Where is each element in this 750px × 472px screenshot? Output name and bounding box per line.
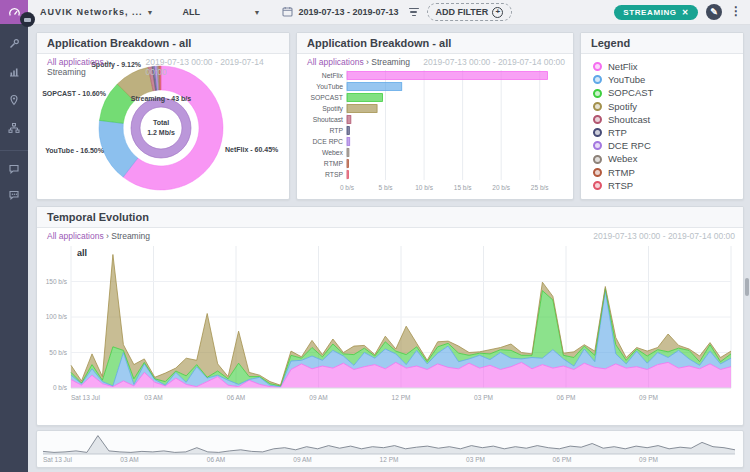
svg-text:06 PM: 06 PM — [553, 456, 572, 463]
panel-date-range: 2019-07-13 00:00 - 2019-07-14 00:00 — [593, 231, 735, 241]
dashboard-root: { "topbar": { "network_selector": "AUVIK… — [0, 0, 750, 472]
legend-item-rtsp[interactable]: RTSP — [593, 179, 731, 192]
svg-text:06 AM: 06 AM — [207, 456, 225, 463]
collapse-icon — [24, 18, 31, 22]
svg-text:0 b/s: 0 b/s — [53, 384, 68, 391]
sidebar-item-support-chat[interactable] — [0, 183, 28, 207]
legend-marker — [593, 89, 602, 98]
add-filter-button[interactable]: ADD FILTER + — [427, 3, 513, 21]
legend-item-webex[interactable]: Webex — [593, 152, 731, 165]
svg-text:03 PM: 03 PM — [466, 456, 485, 463]
network-selector[interactable]: AUVIK Networks, ... ▼ — [40, 7, 154, 17]
legend-item-rtmp[interactable]: RTMP — [593, 166, 731, 179]
panel-range-selector: Sat 13 Jul03 AM06 AM09 AM12 PM03 PM06 PM… — [36, 430, 744, 468]
chip-close-icon[interactable]: ✕ — [682, 8, 689, 17]
more-menu-button[interactable]: ⋮ — [730, 8, 742, 15]
legend-item-sopcast[interactable]: SOPCAST — [593, 86, 731, 99]
bar-youtube — [347, 83, 402, 91]
bar-chart-icon — [8, 66, 20, 78]
donut-chart[interactable]: Streaming - 43 b/sTotal1.2 Mb/sNetFlix -… — [37, 54, 287, 199]
svg-text:all: all — [77, 248, 87, 258]
svg-text:0 b/s: 0 b/s — [340, 184, 355, 191]
breadcrumb-link-all-applications[interactable]: All applications — [47, 57, 104, 67]
legend-label: Webex — [608, 152, 637, 165]
bar-rtsp — [347, 171, 349, 179]
panel-title: Temporal Evolution — [37, 207, 743, 228]
breadcrumb-link-all-applications[interactable]: All applications — [307, 57, 364, 67]
calendar-icon — [282, 6, 293, 19]
breadcrumb: All applications › Streaming — [307, 57, 410, 67]
bar-rtp — [347, 127, 349, 135]
sidebar-collapse-button[interactable] — [20, 12, 35, 27]
legend-marker — [593, 168, 602, 177]
legend-item-spotify[interactable]: Spotify — [593, 100, 731, 113]
breadcrumb: All applications › Streaming — [47, 231, 150, 241]
svg-text:Streaming - 43 b/s: Streaming - 43 b/s — [131, 95, 191, 103]
sidebar — [0, 0, 28, 472]
scrollbar-thumb[interactable] — [745, 278, 749, 296]
filter-chip-streaming[interactable]: STREAMING ✕ — [614, 5, 698, 20]
sidebar-item-reports[interactable] — [0, 60, 28, 84]
svg-text:25 b/s: 25 b/s — [531, 184, 549, 191]
map-pin-icon — [8, 94, 20, 106]
svg-text:09 PM: 09 PM — [639, 394, 658, 401]
sidebar-item-chat[interactable] — [0, 157, 28, 181]
bar-dce-rpc — [347, 138, 350, 146]
breadcrumb-link-all-applications[interactable]: All applications — [47, 231, 104, 241]
donut-slice-rtsp — [160, 66, 161, 90]
svg-text:YouTube - 16.50%: YouTube - 16.50% — [45, 147, 105, 154]
date-range-picker[interactable]: 2019-07-13 - 2019-07-13 — [282, 6, 398, 19]
scope-selector-label: ALL — [182, 7, 200, 17]
svg-text:10 b/s: 10 b/s — [415, 184, 433, 191]
edit-dashboard-button[interactable]: ✎ — [706, 4, 722, 20]
legend-list: NetFlixYouTubeSOPCASTSpotifyShoutcastRTP… — [581, 60, 743, 192]
breadcrumb-separator: › — [366, 57, 369, 67]
panel-title: Legend — [581, 33, 743, 54]
svg-text:YouTube: YouTube — [316, 83, 343, 90]
topbar: AUVIK Networks, ... ▼ ALL ▼ 2019-07-13 -… — [28, 0, 750, 25]
breadcrumb-separator: › — [106, 231, 109, 241]
svg-text:RTMP: RTMP — [324, 160, 344, 167]
panel-temporal-evolution: Temporal Evolution All applications › St… — [36, 206, 744, 426]
svg-text:Total: Total — [153, 119, 169, 126]
legend-item-youtube[interactable]: YouTube — [593, 73, 731, 86]
bar-chart[interactable]: 0 b/s5 b/s10 b/s15 b/s20 b/s25 b/sNetFli… — [297, 68, 571, 198]
range-selector-chart[interactable]: Sat 13 Jul03 AM06 AM09 AM12 PM03 PM06 PM… — [37, 431, 741, 465]
legend-label: YouTube — [608, 73, 645, 86]
bar-shoutcast — [347, 116, 351, 124]
legend-item-dce-rpc[interactable]: DCE RPC — [593, 139, 731, 152]
svg-text:SOPCAST: SOPCAST — [311, 94, 343, 101]
svg-text:RTSP: RTSP — [325, 171, 343, 178]
legend-label: Spotify — [608, 100, 637, 113]
legend-item-shoutcast[interactable]: Shoutcast — [593, 113, 731, 126]
breadcrumb-current: Streaming — [111, 231, 150, 241]
legend-item-rtp[interactable]: RTP — [593, 126, 731, 139]
scope-selector[interactable]: ALL ▼ — [182, 7, 260, 17]
panel-application-breakdown-donut: Application Breakdown - all All applicat… — [36, 32, 290, 200]
sidebar-item-tools[interactable] — [0, 32, 28, 56]
svg-text:SOPCAST - 10.60%: SOPCAST - 10.60% — [42, 90, 107, 97]
legend-label: Shoutcast — [608, 113, 650, 126]
legend-marker — [593, 128, 602, 137]
stacked-area-chart[interactable]: 0 b/s50 b/s100 b/s150 b/sSat 13 Jul03 AM… — [37, 242, 739, 422]
svg-text:Spotify: Spotify — [322, 105, 343, 113]
svg-text:12 PM: 12 PM — [380, 456, 399, 463]
panel-legend: Legend NetFlixYouTubeSOPCASTSpotifyShout… — [580, 32, 744, 200]
filter-lines-icon[interactable] — [409, 8, 419, 17]
gauge-icon — [8, 6, 21, 19]
svg-text:06 AM: 06 AM — [227, 394, 245, 401]
legend-marker — [593, 62, 602, 71]
legend-label: DCE RPC — [608, 139, 651, 152]
sidebar-item-map[interactable] — [0, 88, 28, 112]
svg-text:Sat 13 Jul: Sat 13 Jul — [71, 394, 100, 401]
chevron-down-icon: ▼ — [147, 9, 155, 16]
legend-label: RTSP — [608, 179, 633, 192]
svg-text:09 AM: 09 AM — [309, 394, 327, 401]
sidebar-item-topology[interactable] — [0, 116, 28, 140]
panel-title: Application Breakdown - all — [37, 33, 289, 54]
chevron-down-icon: ▼ — [254, 9, 261, 16]
panel-date-range: 2019-07-13 00:00 - 2019-07-14 00:00 — [423, 57, 565, 67]
legend-item-netflix[interactable]: NetFlix — [593, 60, 731, 73]
legend-marker — [593, 141, 602, 150]
network-selector-label: AUVIK Networks, ... — [40, 7, 143, 17]
